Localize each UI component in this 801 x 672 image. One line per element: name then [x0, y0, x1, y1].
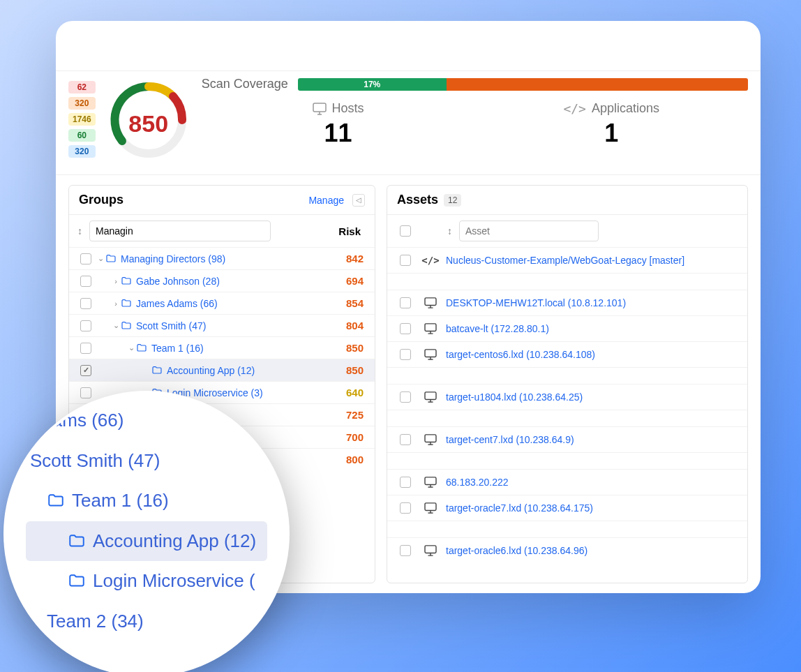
folder-icon [105, 253, 117, 264]
group-checkbox[interactable] [80, 343, 91, 354]
apps-value: 1 [474, 119, 748, 148]
group-row[interactable]: ⌄Scott Smith (47)804 [69, 314, 375, 336]
group-label: Team 1 (16) [151, 343, 204, 354]
asset-checkbox[interactable] [400, 434, 411, 445]
asset-link[interactable]: DESKTOP-MEHW12T.local (10.8.12.101) [446, 297, 626, 308]
lens-row: Team 2 (34) [26, 602, 267, 642]
risk-gauge: 850 [107, 78, 190, 162]
group-checkbox[interactable] [80, 276, 91, 287]
svg-rect-4 [425, 298, 436, 306]
badge-medium: 1746 [68, 113, 96, 126]
badge-info: 320 [68, 145, 96, 158]
asset-row[interactable]: batcave-lt (172.28.80.1) [387, 315, 747, 341]
apps-metric: </> Applications 1 [474, 101, 748, 148]
group-checkbox[interactable] [80, 298, 91, 309]
badge-critical: 62 [68, 81, 96, 94]
hosts-value: 11 [202, 119, 475, 148]
folder-icon [121, 298, 132, 309]
lens-row: Login Microservice ( [26, 561, 267, 602]
expand-caret-icon[interactable]: › [111, 277, 121, 285]
risk-value: 842 [346, 253, 368, 264]
folder-icon [47, 492, 65, 510]
asset-row[interactable]: target-centos6.lxd (10.238.64.108) [387, 341, 747, 367]
expand-caret-icon[interactable]: › [111, 299, 121, 308]
asset-checkbox[interactable] [400, 323, 411, 334]
coverage-progress: 17% [298, 78, 447, 91]
zoom-lens: Adams (66)Scott Smith (47)Team 1 (16)Acc… [3, 391, 290, 672]
sort-icon[interactable]: ↕ [447, 225, 452, 237]
risk-value: 640 [346, 387, 368, 398]
monitor-icon [424, 434, 437, 445]
group-row[interactable]: ⌄Team 1 (16)850 [69, 336, 375, 359]
asset-row[interactable]: target-oracle7.lxd (10.238.64.175) [387, 495, 747, 521]
svg-rect-13 [425, 392, 436, 400]
asset-row[interactable]: target-oracle6.lxd (10.238.64.96) [387, 537, 747, 563]
asset-link[interactable]: target-centos6.lxd (10.238.64.108) [446, 349, 595, 360]
coverage-bar: 17% [298, 78, 748, 91]
group-row[interactable]: ⌄Managing Directors (98)842 [69, 247, 375, 269]
coverage-row: Scan Coverage 17% [202, 77, 748, 91]
group-label: James Adams (66) [136, 298, 218, 309]
asset-checkbox[interactable] [400, 349, 411, 360]
metrics: Scan Coverage 17% Hosts 11 </> [202, 78, 748, 148]
group-row[interactable]: ›Gabe Johnson (28)694 [69, 269, 375, 292]
hosts-label: Hosts [332, 101, 364, 116]
expand-caret-icon[interactable]: ⌄ [126, 343, 136, 352]
manage-link[interactable]: Manage [308, 195, 344, 206]
severity-badges: 62 320 1746 60 320 [68, 81, 96, 158]
asset-checkbox[interactable] [400, 255, 411, 266]
asset-link[interactable]: target-oracle7.lxd (10.238.64.175) [446, 502, 593, 514]
badge-low: 60 [68, 129, 96, 142]
risk-value: 804 [346, 320, 368, 331]
monitor-icon [424, 502, 437, 514]
lens-row: Team 1 (16) [26, 481, 267, 521]
folder-icon [151, 365, 163, 376]
group-checkbox[interactable] [80, 253, 91, 264]
collapse-groups-button[interactable]: ◁ [352, 194, 365, 207]
svg-rect-1 [313, 103, 326, 112]
group-checkbox[interactable] [80, 365, 91, 376]
groups-filter-input[interactable] [89, 221, 271, 241]
asset-link[interactable]: 68.183.20.222 [446, 477, 509, 488]
asset-checkbox[interactable] [400, 545, 411, 556]
svg-rect-7 [425, 324, 436, 331]
asset-row[interactable]: target-cent7.lxd (10.238.64.9) [387, 426, 747, 452]
assets-select-all-checkbox[interactable] [400, 225, 411, 237]
asset-checkbox[interactable] [400, 297, 411, 308]
group-label: Gabe Johnson (28) [136, 276, 220, 287]
risk-value: 800 [346, 454, 368, 465]
group-checkbox[interactable] [80, 320, 91, 331]
sort-icon[interactable]: ↕ [77, 225, 82, 237]
asset-row[interactable]: </>Nucleus-Customer-Example/WebGoat-Lega… [387, 247, 747, 273]
expand-caret-icon[interactable]: ⌄ [111, 321, 121, 330]
apps-label: Applications [592, 101, 659, 116]
asset-link[interactable]: target-u1804.lxd (10.238.64.25) [446, 391, 583, 403]
asset-link[interactable]: target-oracle6.lxd (10.238.64.96) [446, 545, 587, 556]
asset-checkbox[interactable] [400, 391, 411, 403]
asset-checkbox[interactable] [400, 477, 411, 488]
group-checkbox[interactable] [80, 387, 91, 398]
asset-link[interactable]: target-cent7.lxd (10.238.64.9) [446, 434, 574, 445]
assets-count-badge: 12 [444, 194, 461, 207]
monitor-icon [424, 323, 437, 334]
risk-value: 850 [346, 364, 368, 376]
risk-value: 850 [346, 342, 368, 354]
asset-link[interactable]: Nucleus-Customer-Example/WebGoat-Legacy … [446, 255, 684, 266]
risk-column-header[interactable]: Risk [338, 225, 366, 237]
assets-filter-input[interactable] [459, 221, 599, 241]
asset-checkbox[interactable] [400, 502, 411, 514]
asset-row[interactable]: target-u1804.lxd (10.238.64.25) [387, 384, 747, 410]
toolbar-spacer [56, 21, 761, 71]
risk-value: 694 [346, 275, 368, 287]
monitor-icon [424, 297, 437, 308]
group-row[interactable]: Accounting App (12)850 [69, 359, 375, 381]
assets-filter-row: ↕ [387, 215, 747, 247]
risk-value: 725 [346, 409, 368, 421]
risk-score: 850 [107, 110, 190, 137]
asset-row[interactable]: 68.183.20.222 [387, 469, 747, 495]
svg-rect-16 [425, 435, 436, 442]
expand-caret-icon[interactable]: ⌄ [96, 254, 105, 263]
asset-link[interactable]: batcave-lt (172.28.80.1) [446, 323, 549, 334]
group-row[interactable]: ›James Adams (66)854 [69, 292, 375, 314]
asset-row[interactable]: DESKTOP-MEHW12T.local (10.8.12.101) [387, 290, 747, 315]
